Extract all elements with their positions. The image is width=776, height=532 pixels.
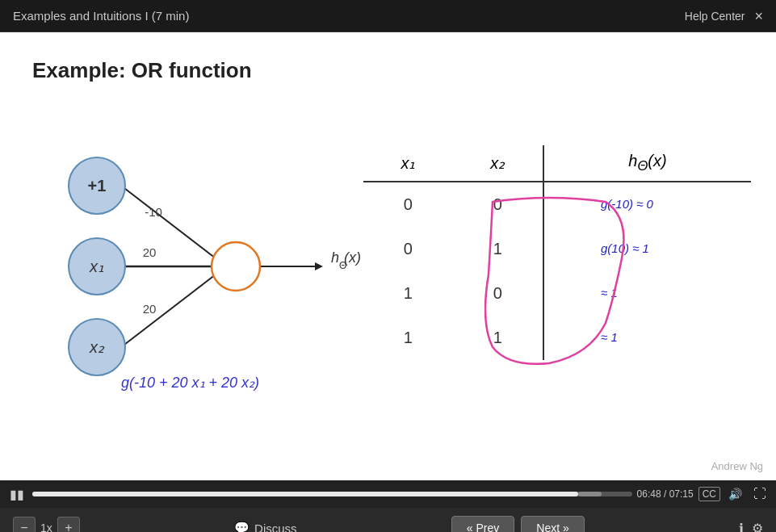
settings-button[interactable]: ⚙ (752, 521, 763, 533)
svg-text:g(10) ≈ 1: g(10) ≈ 1 (601, 241, 649, 255)
progress-bar[interactable] (32, 492, 632, 496)
right-icons: ℹ ⚙ (739, 521, 763, 533)
next-button[interactable]: Next » (521, 516, 584, 532)
table-row: 0 1 g(10) ≈ 1 (363, 227, 751, 271)
increase-speed-button[interactable]: + (57, 517, 80, 532)
cell-result: g(10) ≈ 1 (543, 227, 751, 271)
discuss-button[interactable]: 💬 Discuss (234, 521, 297, 532)
title-bar: Examples and Intuitions I (7 min) Help C… (0, 0, 776, 32)
nn-svg: +1 x₁ x₂ -10 20 20 h Θ (x) g(-10 + 20 x₁ (24, 137, 380, 420)
decrease-speed-button[interactable]: − (13, 517, 36, 532)
svg-marker-4 (315, 262, 323, 270)
controls-bar: ▮▮ 06:48 / 07:15 CC 🔊 ⛶ (0, 480, 776, 508)
cell: 1 (363, 271, 453, 316)
svg-text:-10: -10 (145, 205, 162, 219)
svg-text:(x): (x) (344, 249, 361, 266)
nav-buttons: « Prev Next » (451, 516, 585, 532)
svg-text:h: h (331, 249, 339, 266)
col-htheta: hΘ(x) (543, 145, 751, 182)
col-x1: x₁ (363, 145, 453, 182)
slide-title: Example: OR function (32, 58, 252, 83)
truth-table: x₁ x₂ hΘ(x) 0 0 g(-10) ≈ 0 (363, 145, 751, 360)
cell: 1 (453, 316, 543, 360)
svg-text:≈ 1: ≈ 1 (601, 286, 618, 300)
table-area: x₁ x₂ hΘ(x) 0 0 g(-10) ≈ 0 (363, 145, 751, 360)
info-button[interactable]: ℹ (739, 521, 744, 533)
cell: 0 (453, 182, 543, 227)
cell: 1 (363, 316, 453, 360)
cell: 0 (363, 227, 453, 271)
svg-text:x₂: x₂ (89, 338, 105, 356)
svg-text:20: 20 (143, 302, 157, 316)
slide: Example: OR function +1 x₁ (0, 32, 776, 480)
cell: 0 (363, 182, 453, 227)
table-row: 1 1 ≈ 1 (363, 316, 751, 360)
cc-button[interactable]: CC (698, 487, 720, 501)
speed-controls: − 1x + (13, 517, 80, 532)
svg-line-2 (121, 266, 226, 347)
action-bar: − 1x + 💬 Discuss « Prev Next » ℹ ⚙ (0, 508, 776, 532)
time-display: 06:48 / 07:15 (637, 488, 694, 500)
close-button[interactable]: × (754, 9, 763, 23)
video-title: Examples and Intuitions I (7 min) (13, 9, 189, 23)
table-row: 1 0 ≈ 1 (363, 271, 751, 316)
cell-result: g(-10) ≈ 0 (543, 182, 751, 227)
svg-text:g(-10 + 20 x₁ + 20 x₂): g(-10 + 20 x₁ + 20 x₂) (121, 375, 259, 391)
nn-diagram: +1 x₁ x₂ -10 20 20 h Θ (x) g(-10 + 20 x₁ (24, 137, 380, 444)
discuss-label: Discuss (254, 522, 297, 533)
svg-line-0 (121, 186, 226, 266)
cell-result: ≈ 1 (543, 271, 751, 316)
speed-label: 1x (40, 522, 52, 532)
cell: 0 (453, 271, 543, 316)
svg-point-11 (212, 242, 260, 291)
progress-fill (32, 492, 578, 496)
svg-text:+1: +1 (88, 177, 107, 195)
andrew-ng-label: Andrew Ng (711, 460, 763, 472)
table-row: 0 0 g(-10) ≈ 0 (363, 182, 751, 227)
cell: 1 (453, 227, 543, 271)
play-pause-button[interactable]: ▮▮ (6, 485, 27, 504)
svg-text:x₁: x₁ (89, 258, 104, 275)
svg-text:20: 20 (143, 245, 157, 259)
title-bar-right: Help Center × (685, 9, 763, 23)
progress-buffered (578, 492, 602, 496)
main-content: Example: OR function +1 x₁ (0, 32, 776, 480)
col-x2: x₂ (453, 145, 543, 182)
help-center-link[interactable]: Help Center (685, 10, 745, 23)
discuss-icon: 💬 (234, 521, 250, 532)
volume-button[interactable]: 🔊 (725, 486, 745, 502)
cell-result: ≈ 1 (543, 316, 751, 360)
fullscreen-button[interactable]: ⛶ (750, 485, 770, 503)
svg-text:g(-10) ≈ 0: g(-10) ≈ 0 (601, 197, 654, 211)
prev-button[interactable]: « Prev (451, 516, 514, 532)
svg-text:≈ 1: ≈ 1 (601, 330, 618, 344)
